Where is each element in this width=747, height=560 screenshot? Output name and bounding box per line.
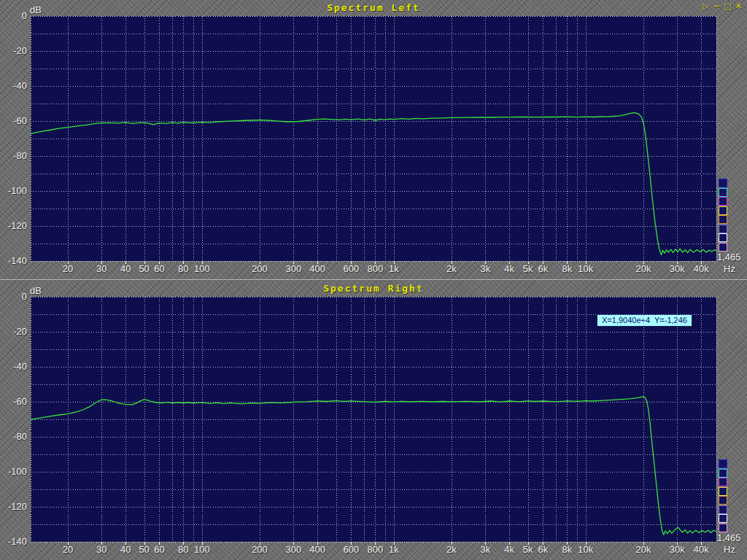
x-tick-label: 100: [185, 263, 219, 274]
y-tick-label: -140: [0, 536, 27, 547]
y-tick-label: -100: [0, 466, 27, 477]
y-tick-label: -120: [0, 220, 27, 231]
x-tick-label: 2k: [435, 544, 468, 555]
y-tick-label: 0: [0, 291, 27, 302]
spectrum-plot-svg: [0, 281, 747, 560]
x-tick-label: 10k: [569, 263, 603, 274]
x-tick-label: 10k: [569, 544, 603, 555]
x-tick-label: 400: [301, 544, 334, 555]
x-tick-label: 200: [243, 544, 276, 555]
y-tick-label: -80: [0, 431, 27, 442]
x-tick-label: 100: [185, 544, 219, 555]
y-tick-label: -80: [0, 150, 27, 161]
x-tick-label: 20: [51, 544, 85, 555]
y-tick-label: 0: [0, 10, 27, 21]
y-tick-label: -20: [0, 45, 27, 56]
x-tick-label: 20: [51, 263, 85, 274]
x-tick-label: 1k: [377, 544, 411, 555]
y-tick-label: -60: [0, 115, 27, 126]
y-tick-label: -120: [0, 501, 27, 512]
x-tick-label: 40k: [684, 544, 718, 555]
y-tick-label: -60: [0, 396, 27, 407]
spectrum-left-panel: Spectrum Left ▷ − □ ✕ dB Hz 1,465 0-20-4…: [0, 0, 747, 279]
x-tick-label: 200: [243, 263, 276, 274]
x-tick-label: 20k: [627, 263, 660, 274]
y-tick-label: -40: [0, 80, 27, 91]
spectrum-plot-svg: [0, 0, 747, 279]
y-tick-label: -140: [0, 255, 27, 266]
x-tick-label: 2k: [435, 263, 468, 274]
spectrum-right-trace: [31, 397, 716, 534]
spectrum-left-trace: [31, 113, 716, 255]
x-tick-label: 400: [301, 263, 334, 274]
y-tick-label: -100: [0, 185, 27, 196]
x-tick-label: 1k: [377, 263, 411, 274]
y-tick-label: -20: [0, 326, 27, 337]
y-tick-label: -40: [0, 361, 27, 372]
spectrum-right-panel: Spectrum Right dB X=1,9040e+4 Y=-1,246 H…: [0, 281, 747, 560]
x-tick-label: 20k: [627, 544, 660, 555]
x-tick-label: 40k: [684, 263, 718, 274]
